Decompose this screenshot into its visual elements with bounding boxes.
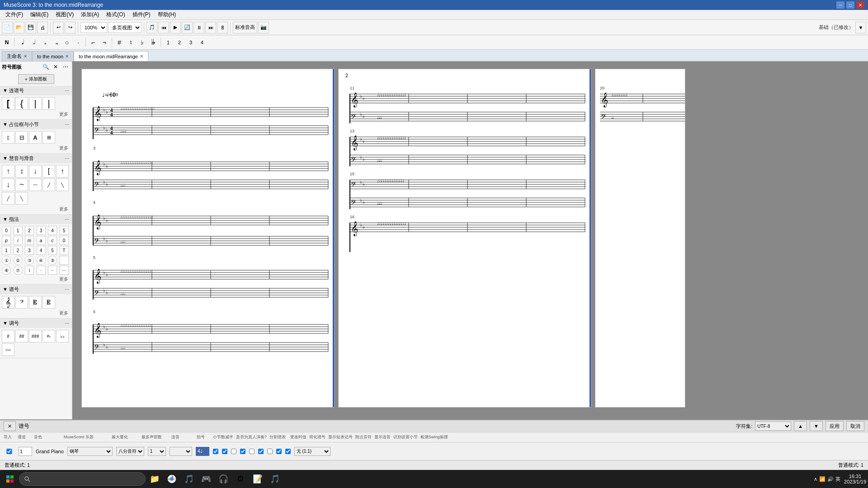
row-voices-select[interactable]: 1 2 [148, 447, 166, 456]
print-button[interactable]: 🖨 [37, 22, 48, 33]
palette-more-button[interactable]: ⋯ [61, 62, 70, 71]
skip-end-button[interactable]: ⏭ [205, 22, 216, 33]
finger-5b[interactable]: 5 [48, 246, 57, 255]
gliss-both-arrow[interactable]: ↕ [15, 165, 28, 178]
menu-help[interactable]: 帮助(H) [154, 10, 180, 19]
taskbar-files[interactable]: 📁 [146, 471, 163, 487]
menu-view[interactable]: 视图(V) [52, 10, 77, 19]
double-flat[interactable]: 𝄫 [148, 37, 158, 48]
redo-button[interactable]: ↪ [65, 22, 75, 33]
row-dotted-check[interactable] [267, 449, 273, 454]
keysig-3[interactable]: ### [29, 330, 42, 343]
finger-4[interactable]: 4 [48, 226, 57, 235]
gliss-wave1[interactable]: 〜 [15, 178, 28, 191]
bracket-square[interactable]: [ [2, 97, 14, 110]
menu-add[interactable]: 添加(A) [77, 10, 103, 19]
tab-rearrange[interactable]: to the moon.midRearrange ✕ [74, 51, 148, 61]
pause-button[interactable]: ⏸ [193, 22, 204, 33]
finger-0b[interactable]: 0 [60, 236, 69, 245]
brackets-header[interactable]: ▼ 连谱号 ⋯ [0, 86, 72, 95]
view-mode-select[interactable]: 多页视图 单页视图 连续视图 [108, 22, 142, 33]
bracket-line2[interactable]: | [42, 97, 55, 110]
row-import-check[interactable] [4, 449, 15, 454]
finger-3[interactable]: 3 [37, 226, 46, 235]
play-button[interactable]: ▶ [170, 22, 181, 33]
glissando-header[interactable]: ▼ 慧音与滑音 ⋯ [0, 154, 72, 163]
row-shortaccid-check[interactable] [258, 449, 264, 454]
beam-start[interactable]: ⌐ [88, 37, 98, 48]
note-input-mode[interactable]: N [2, 37, 12, 48]
gliss-up2[interactable]: ↑ [56, 165, 69, 178]
move-down-button[interactable]: ▼ [810, 421, 823, 431]
maximize-button[interactable]: □ [846, 1, 854, 9]
palette-close-button[interactable]: ✕ [51, 62, 60, 71]
rewind-button[interactable]: ⏮ [158, 22, 169, 33]
finger-c5[interactable]: ⑤ [48, 256, 57, 265]
menu-edit[interactable]: 编辑(E) [27, 10, 52, 19]
palette-search-button[interactable]: 🔍 [41, 62, 50, 71]
clef-header[interactable]: ▼ 谱号 ⋯ [0, 285, 72, 294]
add-palette-button[interactable]: + 添加图板 [18, 74, 54, 84]
finger-dot4[interactable]: ··· [60, 266, 69, 275]
zoom-select[interactable]: 100% 75% 125% 150% [80, 22, 107, 33]
gliss-bracket[interactable]: [ [42, 165, 55, 178]
standard-pitch-button[interactable]: 标准音高 [233, 22, 257, 33]
undo-button[interactable]: ↩ [53, 22, 64, 33]
save-file-button[interactable]: 💾 [25, 22, 36, 33]
clef-treble[interactable]: 𝄞 [2, 296, 14, 309]
brackets-more[interactable]: 更多 [57, 111, 70, 117]
frame-measure[interactable]: ⊞ [42, 131, 55, 144]
menu-format[interactable]: 格式(O) [103, 10, 128, 19]
taskbar-steam[interactable]: 🎮 [198, 471, 214, 487]
taskbar-app7[interactable]: ⚙ [232, 471, 249, 487]
finger-m[interactable]: m [25, 236, 34, 245]
panel-close-button[interactable]: ✕ [4, 421, 16, 431]
voice-1[interactable]: 𝅘𝅥 [17, 37, 27, 48]
row-simplify-check[interactable] [249, 449, 255, 454]
taskbar-app9[interactable]: 🎵 [267, 471, 283, 487]
mode-dropdown[interactable]: ▼ [855, 22, 866, 33]
gliss-diag1[interactable]: ╱ [42, 178, 55, 191]
finger-3b[interactable]: 3 [25, 246, 34, 255]
finger-5[interactable]: 5 [60, 226, 69, 235]
minimize-button[interactable]: ─ [836, 1, 844, 9]
menu-plugins[interactable]: 插件(P) [129, 10, 154, 19]
finger-p[interactable]: p [2, 236, 11, 245]
bracket-curly[interactable]: { [15, 97, 28, 110]
flat-sign[interactable]: ♭ [137, 37, 147, 48]
fingering-more[interactable]: 更多 [57, 276, 70, 282]
apply-button[interactable]: 应用 [826, 421, 844, 431]
mixer-button[interactable]: 🎚 [217, 22, 228, 33]
sharp-sign[interactable]: # [114, 37, 124, 48]
frame-vertical[interactable]: ▯ [2, 131, 14, 144]
finger-a[interactable]: a [37, 236, 46, 245]
finger-c1[interactable]: ① [2, 256, 11, 265]
open-file-button[interactable]: 📂 [14, 22, 24, 33]
clef-bass2[interactable]: 𝄡 [29, 296, 42, 309]
finger-4b[interactable]: 4 [37, 246, 46, 255]
gliss-down2[interactable]: ↓ [2, 178, 14, 191]
taskbar-chrome[interactable] [164, 471, 180, 487]
taskbar-musescore[interactable]: 🎵 [181, 471, 197, 487]
key-sig-more-btn[interactable]: ⋯ [65, 321, 69, 326]
clef-more-btn[interactable]: ⋯ [65, 287, 69, 292]
bracket-line1[interactable]: | [29, 97, 42, 110]
voice-4[interactable]: 𝅝 [51, 37, 61, 48]
finger-c[interactable]: c [48, 236, 57, 245]
tab-rearrange-close[interactable]: ✕ [140, 54, 143, 59]
tab-to-moon-close[interactable]: ✕ [65, 54, 69, 59]
start-button[interactable] [2, 471, 18, 487]
keysig-1[interactable]: # [2, 330, 14, 343]
taskbar-search[interactable] [19, 472, 146, 486]
beam-mid[interactable]: ¬ [99, 37, 109, 48]
tuplet-num-3[interactable]: 3 [186, 37, 196, 48]
row-recognize-check[interactable] [285, 449, 291, 454]
row-swing-select[interactable]: 无 (1:1) [294, 447, 330, 456]
keysig-5[interactable]: ♭♭ [56, 330, 69, 343]
clef-alto[interactable]: 𝄡 [42, 296, 55, 309]
close-button[interactable]: ✕ [856, 1, 864, 9]
clef-bass1[interactable]: 𝄢 [15, 296, 28, 309]
keysig-4[interactable]: #♭ [42, 330, 55, 343]
finger-c4[interactable]: ④ [37, 256, 46, 265]
finger-2b[interactable]: 2 [14, 246, 23, 255]
